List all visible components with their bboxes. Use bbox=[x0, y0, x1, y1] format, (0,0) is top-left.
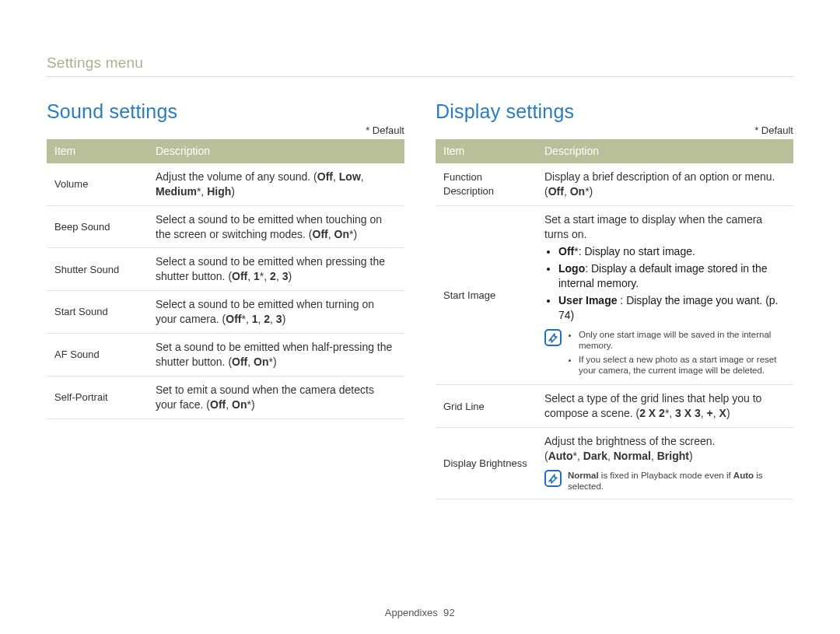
item-description: Set a sound to be emitted when half-pres… bbox=[148, 334, 404, 377]
item-description: Adjust the brightness of the screen.(Aut… bbox=[537, 428, 793, 499]
option-item: Logo: Display a default image stored in … bbox=[558, 261, 786, 291]
page-number: 92 bbox=[443, 607, 455, 618]
default-note-right: * Default bbox=[436, 124, 793, 136]
table-row: Self-PortraitSet to emit a sound when th… bbox=[47, 376, 404, 419]
breadcrumb: Settings menu bbox=[47, 54, 793, 77]
note-item: Normal is fixed in Playback mode even if… bbox=[568, 470, 786, 492]
item-name: Display Brightness bbox=[436, 428, 537, 499]
option-item: Off*: Display no start image. bbox=[558, 244, 786, 259]
manual-page: Settings menu Sound settings * Default I… bbox=[0, 0, 840, 634]
footer-section: Appendixes bbox=[385, 607, 438, 618]
table-row: Grid LineSelect a type of the grid lines… bbox=[436, 385, 793, 428]
item-description: Select a sound to be emitted when pressi… bbox=[148, 248, 404, 291]
note-icon bbox=[544, 329, 562, 346]
sound-settings-column: Sound settings * Default Item Descriptio… bbox=[47, 100, 404, 499]
display-settings-column: Display settings * Default Item Descript… bbox=[436, 100, 793, 499]
item-description: Select a sound to be emitted when touchi… bbox=[148, 205, 404, 248]
item-name: Shutter Sound bbox=[47, 248, 148, 291]
default-note-left: * Default bbox=[47, 124, 404, 136]
sound-settings-title: Sound settings bbox=[47, 100, 404, 123]
col-header-item: Item bbox=[436, 139, 537, 163]
item-name: Grid Line bbox=[436, 385, 537, 428]
item-description: Set a start image to display when the ca… bbox=[537, 205, 793, 385]
item-name: Start Sound bbox=[47, 291, 148, 334]
two-column-layout: Sound settings * Default Item Descriptio… bbox=[47, 100, 793, 499]
page-footer: Appendixes 92 bbox=[0, 607, 840, 618]
col-header-item: Item bbox=[47, 139, 148, 163]
item-name: Beep Sound bbox=[47, 205, 148, 248]
display-settings-table: Item Description Function DescriptionDis… bbox=[436, 139, 793, 499]
col-header-description: Description bbox=[537, 139, 793, 163]
table-row: Start SoundSelect a sound to be emitted … bbox=[47, 291, 404, 334]
display-settings-title: Display settings bbox=[436, 100, 793, 123]
note-icon bbox=[544, 470, 562, 487]
note-item: If you select a new photo as a start ima… bbox=[579, 354, 786, 377]
item-description: Adjust the volume of any sound. (Off, Lo… bbox=[148, 163, 404, 205]
item-name: Start Image bbox=[436, 205, 537, 385]
item-description: Set to emit a sound when the camera dete… bbox=[148, 376, 404, 419]
table-row: AF SoundSet a sound to be emitted when h… bbox=[47, 334, 404, 377]
col-header-description: Description bbox=[148, 139, 404, 163]
option-list: Off*: Display no start image.Logo: Displ… bbox=[558, 244, 786, 322]
option-item: User Image : Display the image you want.… bbox=[558, 293, 786, 323]
table-row: Shutter SoundSelect a sound to be emitte… bbox=[47, 248, 404, 291]
note-item: Only one start image will be saved in th… bbox=[579, 329, 786, 352]
note-box: Only one start image will be saved in th… bbox=[544, 329, 786, 379]
table-row: Display BrightnessAdjust the brightness … bbox=[436, 428, 793, 499]
item-description: Select a type of the grid lines that hel… bbox=[537, 385, 793, 428]
item-name: AF Sound bbox=[47, 334, 148, 377]
table-row: VolumeAdjust the volume of any sound. (O… bbox=[47, 163, 404, 205]
table-row: Beep SoundSelect a sound to be emitted w… bbox=[47, 205, 404, 248]
item-name: Self-Portrait bbox=[47, 376, 148, 419]
item-name: Function Description bbox=[436, 163, 537, 205]
sound-settings-table: Item Description VolumeAdjust the volume… bbox=[47, 139, 404, 419]
item-description: Display a brief description of an option… bbox=[537, 163, 793, 205]
item-name: Volume bbox=[47, 163, 148, 205]
table-row: Start ImageSet a start image to display … bbox=[436, 205, 793, 385]
note-box: Normal is fixed in Playback mode even if… bbox=[544, 470, 786, 492]
note-list: Only one start image will be saved in th… bbox=[579, 329, 786, 379]
table-row: Function DescriptionDisplay a brief desc… bbox=[436, 163, 793, 205]
item-description: Select a sound to be emitted when turnin… bbox=[148, 291, 404, 334]
